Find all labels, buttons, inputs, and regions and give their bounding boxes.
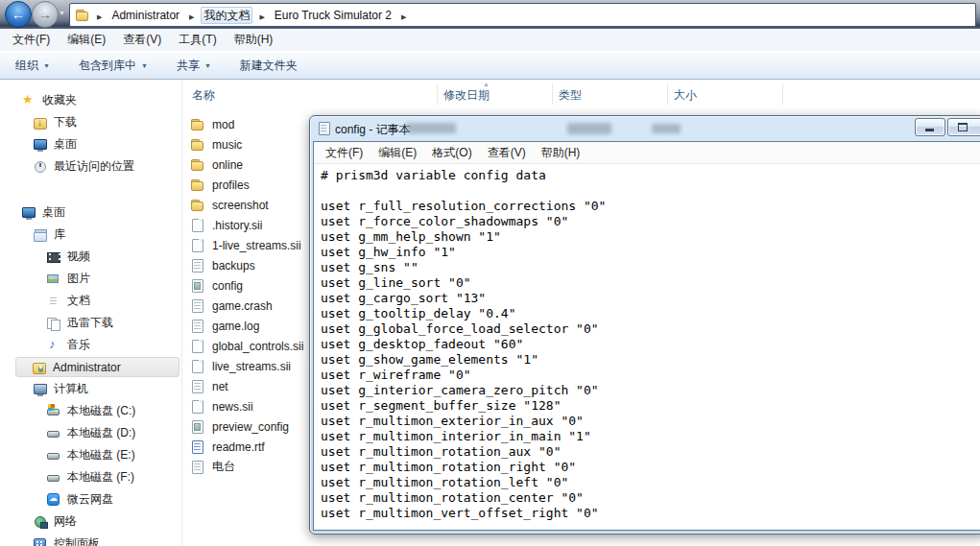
recent-places-icon xyxy=(33,159,48,175)
breadcrumb-item[interactable]: Euro Truck Simulator 2 xyxy=(272,7,394,24)
menu-item[interactable]: 工具(T) xyxy=(170,29,225,51)
sii-file-icon xyxy=(190,359,205,374)
dropdown-arrow-icon: ▼ xyxy=(204,62,211,69)
file-name: music xyxy=(212,138,242,152)
sidebar-item[interactable]: 本地磁盘 (D:) xyxy=(2,423,179,443)
menu-item[interactable]: 文件(F) xyxy=(4,29,59,51)
minimize-button[interactable] xyxy=(915,118,945,136)
config-line: uset g_global_force_load_selector "0" xyxy=(321,321,980,337)
sidebar-item-label: 桌面 xyxy=(54,136,77,153)
sidebar-item[interactable]: 微云网盘 xyxy=(2,489,179,510)
sidebar-item[interactable]: 本地磁盘 (E:) xyxy=(2,445,179,465)
breadcrumb-item[interactable]: Administrator xyxy=(108,7,182,24)
file-name: readme.rtf xyxy=(212,440,265,454)
toolbar-button[interactable]: 包含到库中▼ xyxy=(79,58,148,74)
back-button[interactable]: ← xyxy=(5,1,32,28)
star-icon xyxy=(21,93,36,108)
breadcrumb-item[interactable]: 我的文档 xyxy=(201,7,252,24)
column-separator xyxy=(667,83,668,105)
sii-file-icon xyxy=(190,399,205,415)
sidebar-item[interactable]: 下载 xyxy=(2,112,179,132)
sidebar-item[interactable]: 图片 xyxy=(2,269,179,289)
sidebar-item[interactable]: 计算机 xyxy=(2,379,179,399)
menu-item[interactable]: 帮助(H) xyxy=(534,142,588,164)
file-name: mod xyxy=(212,118,234,131)
sidebar-item[interactable]: 迅雷下载 xyxy=(2,313,179,333)
breadcrumb-separator-icon: ▶ xyxy=(259,13,264,20)
menu-item[interactable]: 查看(V) xyxy=(114,29,170,51)
sidebar-item[interactable]: 桌面 xyxy=(2,202,179,223)
sidebar-item[interactable]: 最近访问的位置 xyxy=(2,156,179,177)
sidebar-item[interactable]: Administrator xyxy=(15,357,179,377)
column-header[interactable]: 大小 xyxy=(674,83,697,107)
sidebar-item[interactable]: 库 xyxy=(2,225,179,245)
drive-icon xyxy=(46,426,61,441)
network-icon xyxy=(33,514,48,530)
sidebar-item[interactable]: 文档 xyxy=(2,291,179,311)
sidebar-item-label: 图片 xyxy=(67,271,90,287)
config-line: uset g_tooltip_delay "0.4" xyxy=(321,306,980,321)
notepad-title: config - 记事本 xyxy=(335,122,411,138)
sidebar-item-label: 下载 xyxy=(54,114,77,131)
music-icon xyxy=(46,338,61,353)
sidebar-item[interactable]: 视频 xyxy=(2,247,179,267)
download-folder-icon xyxy=(33,115,48,131)
file-name: .history.sii xyxy=(212,219,262,232)
toolbar-button[interactable]: 新建文件夹 xyxy=(240,58,298,74)
address-bar[interactable]: ▶Administrator▶我的文档▶Euro Truck Simulator… xyxy=(69,3,976,27)
sidebar-item-label: 收藏夹 xyxy=(42,92,77,108)
sidebar-item-label: 本地磁盘 (F:) xyxy=(67,469,134,486)
glass-reflection xyxy=(406,123,456,133)
config-line: uset r_segment_buffer_size "128" xyxy=(321,398,980,414)
sidebar-item-label: 迅雷下载 xyxy=(67,315,113,331)
address-folder-icon xyxy=(75,8,90,23)
config-line: uset g_sns "" xyxy=(321,260,980,275)
explorer-navbar: ← → ▼ ▶Administrator▶我的文档▶Euro Truck Sim… xyxy=(0,0,980,29)
toolbar-button[interactable]: 共享▼ xyxy=(177,58,211,74)
menu-item[interactable]: 编辑(E) xyxy=(370,142,424,164)
sidebar-item[interactable]: 音乐 xyxy=(2,335,179,355)
sidebar-item[interactable]: 收藏夹 xyxy=(2,90,179,110)
toolbar-button-label: 共享 xyxy=(177,58,200,74)
config-line: uset r_wireframe "0" xyxy=(321,368,980,383)
sidebar-item[interactable]: 控制面板 xyxy=(2,534,179,546)
menu-item[interactable]: 编辑(E) xyxy=(59,29,114,51)
menu-item[interactable]: 格式(O) xyxy=(424,142,479,164)
file-name: live_streams.sii xyxy=(212,360,291,373)
sidebar-item[interactable]: 桌面 xyxy=(2,134,179,154)
menu-item[interactable]: 文件(F) xyxy=(318,142,370,164)
toolbar-button-label: 组织 xyxy=(15,58,38,74)
forward-button[interactable]: → xyxy=(32,1,59,28)
config-line: uset g_mm_help_shown "1" xyxy=(321,229,980,245)
config-line: uset r_multimon_rotation_center "0" xyxy=(321,490,980,506)
back-arrow-icon: ← xyxy=(12,7,25,22)
column-header[interactable]: 名称 xyxy=(192,83,215,107)
notepad-text-area[interactable]: # prism3d variable config data uset r_fu… xyxy=(314,164,980,521)
sidebar-item[interactable]: 本地磁盘 (C:) xyxy=(2,401,179,421)
notepad-titlebar[interactable]: config - 记事本 xyxy=(310,116,980,141)
toolbar-button[interactable]: 组织▼ xyxy=(15,58,50,74)
sidebar-item[interactable]: 网络 xyxy=(2,511,179,532)
text-file-icon xyxy=(190,460,205,475)
maximize-button[interactable] xyxy=(947,118,980,136)
breadcrumb-separator-icon: ▶ xyxy=(401,13,406,20)
config-line: uset r_full_resolution_corrections "0" xyxy=(321,199,980,214)
recent-pages-chevron-icon[interactable]: ▼ xyxy=(59,10,65,16)
breadcrumb-separator-icon: ▶ xyxy=(97,13,102,20)
rtf-file-icon xyxy=(190,439,205,455)
sidebar-item-label: Administrator xyxy=(53,361,121,374)
sidebar-item-label: 库 xyxy=(54,226,65,243)
sidebar-item-label: 网络 xyxy=(54,513,77,530)
column-header[interactable]: 类型 xyxy=(559,83,582,107)
notepad-window-controls xyxy=(915,118,980,136)
text-file-icon xyxy=(190,379,205,394)
menu-item[interactable]: 查看(V) xyxy=(480,142,534,164)
sii-file-icon xyxy=(190,238,205,253)
explorer-toolbar: 组织▼包含到库中▼共享▼新建文件夹 xyxy=(0,51,980,80)
config-line: uset r_multimon_exterior_in_aux "0" xyxy=(321,414,980,429)
menu-item[interactable]: 帮助(H) xyxy=(226,29,282,51)
sort-ascending-icon: ▲ xyxy=(483,81,490,87)
notepad-menubar: 文件(F)编辑(E)格式(O)查看(V)帮助(H) xyxy=(314,142,980,164)
sii-file-icon xyxy=(190,218,205,233)
sidebar-item[interactable]: 本地磁盘 (F:) xyxy=(2,467,179,487)
